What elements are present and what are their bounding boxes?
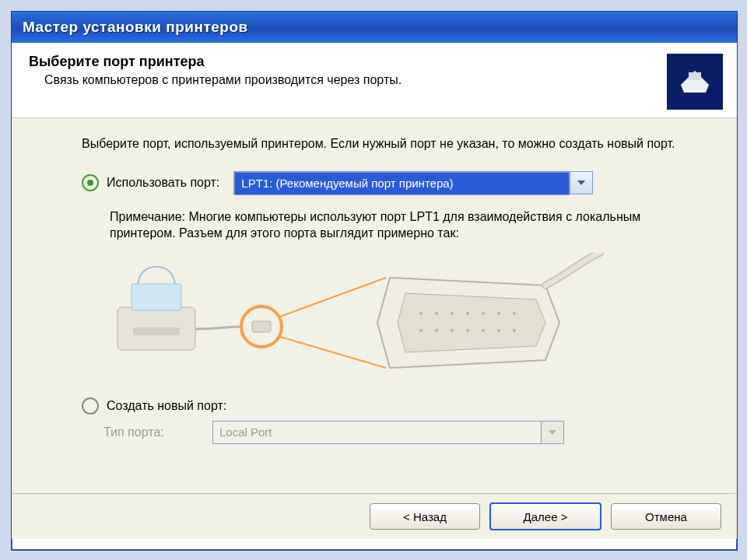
- port-type-label: Тип порта:: [103, 425, 212, 439]
- svg-point-11: [435, 312, 438, 315]
- wizard-header: Выберите порт принтера Связь компьютеров…: [12, 43, 737, 118]
- printer-icon: [667, 54, 723, 110]
- wizard-content: Выберите порт, используемый принтером. Е…: [12, 118, 737, 493]
- svg-point-15: [497, 312, 500, 315]
- chevron-down-icon: [541, 422, 563, 443]
- svg-rect-4: [132, 284, 181, 310]
- create-new-port-label: Создать новый порт:: [107, 399, 226, 413]
- port-dropdown[interactable]: LPT1: (Рекомендуемый порт принтера): [233, 171, 593, 194]
- wizard-window: Мастер установки принтеров Выберите порт…: [11, 11, 738, 551]
- svg-line-8: [280, 278, 386, 317]
- page-subtitle: Связь компьютеров с принтерами производи…: [44, 73, 659, 87]
- svg-point-23: [513, 329, 516, 332]
- svg-point-17: [419, 329, 423, 332]
- use-existing-port-radio[interactable]: [82, 174, 99, 191]
- svg-rect-7: [252, 321, 271, 332]
- svg-rect-2: [689, 72, 701, 80]
- svg-point-10: [419, 312, 423, 315]
- port-type-dropdown: Local Port: [212, 421, 564, 444]
- svg-point-21: [482, 329, 485, 332]
- wizard-footer: < Назад Далее > Отмена: [12, 493, 737, 539]
- svg-point-12: [451, 312, 454, 315]
- use-port-row: Использовать порт: LPT1: (Рекомендуемый …: [82, 171, 706, 194]
- port-dropdown-value: LPT1: (Рекомендуемый порт принтера): [234, 172, 570, 195]
- page-title: Выберите порт принтера: [29, 54, 659, 70]
- instruction-text: Выберите порт, используемый принтером. Е…: [82, 135, 706, 152]
- svg-line-9: [280, 337, 386, 368]
- svg-point-16: [513, 312, 516, 315]
- titlebar[interactable]: Мастер установки принтеров: [12, 12, 737, 43]
- window-title: Мастер установки принтеров: [23, 19, 248, 36]
- note-text: Примечание: Многие компьютеры используют…: [110, 208, 696, 242]
- create-new-port-radio[interactable]: [82, 397, 99, 415]
- svg-rect-5: [133, 327, 180, 335]
- back-button[interactable]: < Назад: [370, 503, 480, 530]
- svg-point-14: [482, 312, 485, 315]
- cancel-button[interactable]: Отмена: [611, 503, 721, 530]
- svg-point-20: [466, 329, 469, 332]
- chevron-down-icon[interactable]: [570, 172, 592, 194]
- svg-point-18: [435, 329, 438, 332]
- port-type-row: Тип порта: Local Port: [103, 421, 706, 444]
- svg-point-22: [497, 329, 500, 332]
- svg-point-19: [451, 329, 454, 332]
- create-port-row: Создать новый порт:: [82, 397, 706, 415]
- port-type-value: Local Port: [213, 422, 541, 443]
- port-illustration: [110, 253, 706, 385]
- svg-point-13: [466, 312, 469, 315]
- next-button[interactable]: Далее >: [489, 502, 601, 530]
- use-existing-port-label: Использовать порт:: [107, 176, 219, 190]
